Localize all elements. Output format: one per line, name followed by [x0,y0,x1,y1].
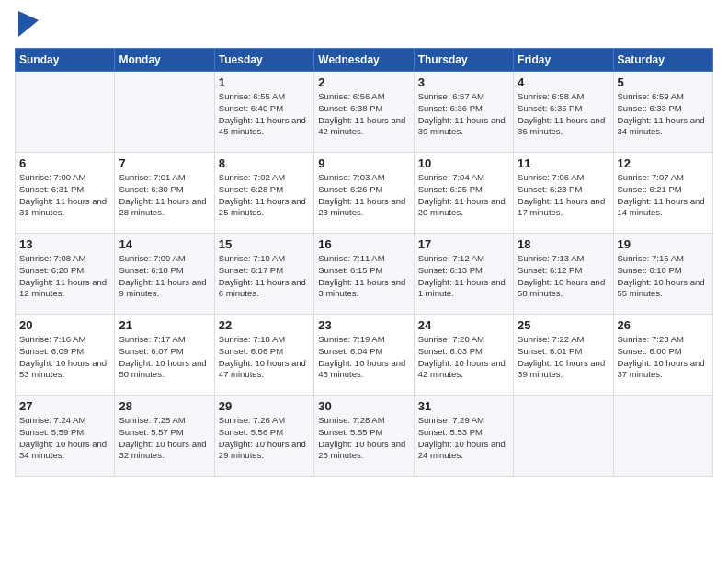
day-number: 16 [318,237,409,251]
svg-marker-0 [18,11,39,37]
day-number: 22 [219,318,310,332]
day-number: 26 [618,318,709,332]
calendar-day-cell: 8Sunrise: 7:02 AM Sunset: 6:28 PM Daylig… [214,153,313,234]
calendar-day-cell: 19Sunrise: 7:15 AM Sunset: 6:10 PM Dayli… [613,234,712,315]
day-number: 4 [518,75,609,89]
calendar-day-cell: 13Sunrise: 7:08 AM Sunset: 6:20 PM Dayli… [16,234,115,315]
weekday-header: Friday [514,49,613,72]
calendar-day-cell: 24Sunrise: 7:20 AM Sunset: 6:03 PM Dayli… [414,315,513,396]
calendar-day-cell: 14Sunrise: 7:09 AM Sunset: 6:18 PM Dayli… [115,234,214,315]
day-number: 28 [119,399,210,413]
day-info: Sunrise: 7:18 AM Sunset: 6:06 PM Dayligh… [219,334,310,381]
calendar-day-cell: 6Sunrise: 7:00 AM Sunset: 6:31 PM Daylig… [16,153,115,234]
day-number: 9 [318,156,409,170]
day-info: Sunrise: 6:57 AM Sunset: 6:36 PM Dayligh… [418,91,509,138]
day-number: 15 [219,237,310,251]
day-info: Sunrise: 7:20 AM Sunset: 6:03 PM Dayligh… [418,334,509,381]
calendar-day-cell: 20Sunrise: 7:16 AM Sunset: 6:09 PM Dayli… [16,315,115,396]
day-info: Sunrise: 7:07 AM Sunset: 6:21 PM Dayligh… [618,172,709,219]
calendar-day-cell: 1Sunrise: 6:55 AM Sunset: 6:40 PM Daylig… [214,72,313,153]
day-number: 25 [518,318,609,332]
day-info: Sunrise: 7:23 AM Sunset: 6:00 PM Dayligh… [618,334,709,381]
day-info: Sunrise: 7:22 AM Sunset: 6:01 PM Dayligh… [518,334,609,381]
day-number: 17 [418,237,509,251]
day-info: Sunrise: 7:06 AM Sunset: 6:23 PM Dayligh… [518,172,609,219]
day-number: 6 [19,156,110,170]
logo-icon [18,11,39,37]
calendar-day-cell: 7Sunrise: 7:01 AM Sunset: 6:30 PM Daylig… [115,153,214,234]
day-info: Sunrise: 7:04 AM Sunset: 6:25 PM Dayligh… [418,172,509,219]
calendar-day-cell: 18Sunrise: 7:13 AM Sunset: 6:12 PM Dayli… [514,234,613,315]
weekday-header: Wednesday [314,49,414,72]
day-info: Sunrise: 6:59 AM Sunset: 6:33 PM Dayligh… [618,91,709,138]
day-number: 19 [618,237,709,251]
calendar-day-cell: 9Sunrise: 7:03 AM Sunset: 6:26 PM Daylig… [314,153,414,234]
day-number: 18 [518,237,609,251]
day-info: Sunrise: 7:28 AM Sunset: 5:55 PM Dayligh… [318,415,409,462]
weekday-header: Thursday [414,49,513,72]
calendar-day-cell: 21Sunrise: 7:17 AM Sunset: 6:07 PM Dayli… [115,315,214,396]
day-number: 3 [418,75,509,89]
calendar-day-cell: 28Sunrise: 7:25 AM Sunset: 5:57 PM Dayli… [115,396,214,477]
calendar-week-row: 6Sunrise: 7:00 AM Sunset: 6:31 PM Daylig… [16,153,713,234]
day-number: 24 [418,318,509,332]
day-info: Sunrise: 6:58 AM Sunset: 6:35 PM Dayligh… [518,91,609,138]
day-number: 21 [119,318,210,332]
day-number: 29 [219,399,310,413]
day-number: 11 [518,156,609,170]
calendar-week-row: 13Sunrise: 7:08 AM Sunset: 6:20 PM Dayli… [16,234,713,315]
calendar-day-cell: 23Sunrise: 7:19 AM Sunset: 6:04 PM Dayli… [314,315,414,396]
day-info: Sunrise: 7:02 AM Sunset: 6:28 PM Dayligh… [219,172,310,219]
calendar-day-cell: 26Sunrise: 7:23 AM Sunset: 6:00 PM Dayli… [613,315,712,396]
day-number: 31 [418,399,509,413]
calendar-day-cell: 30Sunrise: 7:28 AM Sunset: 5:55 PM Dayli… [314,396,414,477]
day-number: 12 [618,156,709,170]
calendar-day-cell: 11Sunrise: 7:06 AM Sunset: 6:23 PM Dayli… [514,153,613,234]
day-info: Sunrise: 7:19 AM Sunset: 6:04 PM Dayligh… [318,334,409,381]
day-number: 20 [19,318,110,332]
day-number: 23 [318,318,409,332]
calendar-day-cell: 15Sunrise: 7:10 AM Sunset: 6:17 PM Dayli… [214,234,313,315]
day-number: 7 [119,156,210,170]
day-info: Sunrise: 7:00 AM Sunset: 6:31 PM Dayligh… [19,172,110,219]
day-number: 2 [318,75,409,89]
weekday-header: Tuesday [214,49,313,72]
day-number: 1 [219,75,310,89]
day-number: 13 [19,237,110,251]
day-info: Sunrise: 7:25 AM Sunset: 5:57 PM Dayligh… [119,415,210,462]
calendar-day-cell [613,396,712,477]
day-info: Sunrise: 7:29 AM Sunset: 5:53 PM Dayligh… [418,415,509,462]
calendar-table: SundayMondayTuesdayWednesdayThursdayFrid… [15,48,713,477]
calendar-day-cell [16,72,115,153]
day-info: Sunrise: 7:13 AM Sunset: 6:12 PM Dayligh… [518,253,609,300]
calendar-day-cell: 2Sunrise: 6:56 AM Sunset: 6:38 PM Daylig… [314,72,414,153]
day-info: Sunrise: 7:01 AM Sunset: 6:30 PM Dayligh… [119,172,210,219]
weekday-header: Saturday [613,49,712,72]
day-number: 10 [418,156,509,170]
calendar-day-cell: 22Sunrise: 7:18 AM Sunset: 6:06 PM Dayli… [214,315,313,396]
day-info: Sunrise: 7:11 AM Sunset: 6:15 PM Dayligh… [318,253,409,300]
day-info: Sunrise: 7:15 AM Sunset: 6:10 PM Dayligh… [618,253,709,300]
calendar-day-cell: 16Sunrise: 7:11 AM Sunset: 6:15 PM Dayli… [314,234,414,315]
calendar-day-cell: 5Sunrise: 6:59 AM Sunset: 6:33 PM Daylig… [613,72,712,153]
logo [15,15,39,37]
day-info: Sunrise: 6:55 AM Sunset: 6:40 PM Dayligh… [219,91,310,138]
day-info: Sunrise: 7:09 AM Sunset: 6:18 PM Dayligh… [119,253,210,300]
day-info: Sunrise: 7:10 AM Sunset: 6:17 PM Dayligh… [219,253,310,300]
day-info: Sunrise: 7:26 AM Sunset: 5:56 PM Dayligh… [219,415,310,462]
day-number: 14 [119,237,210,251]
calendar-day-cell: 27Sunrise: 7:24 AM Sunset: 5:59 PM Dayli… [16,396,115,477]
day-info: Sunrise: 7:24 AM Sunset: 5:59 PM Dayligh… [19,415,110,462]
day-number: 30 [318,399,409,413]
calendar-day-cell: 12Sunrise: 7:07 AM Sunset: 6:21 PM Dayli… [613,153,712,234]
page-header [15,15,713,37]
calendar-day-cell: 31Sunrise: 7:29 AM Sunset: 5:53 PM Dayli… [414,396,513,477]
calendar-day-cell: 29Sunrise: 7:26 AM Sunset: 5:56 PM Dayli… [214,396,313,477]
day-number: 8 [219,156,310,170]
weekday-header-row: SundayMondayTuesdayWednesdayThursdayFrid… [16,49,713,72]
calendar-week-row: 20Sunrise: 7:16 AM Sunset: 6:09 PM Dayli… [16,315,713,396]
calendar-week-row: 27Sunrise: 7:24 AM Sunset: 5:59 PM Dayli… [16,396,713,477]
day-info: Sunrise: 7:08 AM Sunset: 6:20 PM Dayligh… [19,253,110,300]
calendar-day-cell [115,72,214,153]
calendar-day-cell: 4Sunrise: 6:58 AM Sunset: 6:35 PM Daylig… [514,72,613,153]
